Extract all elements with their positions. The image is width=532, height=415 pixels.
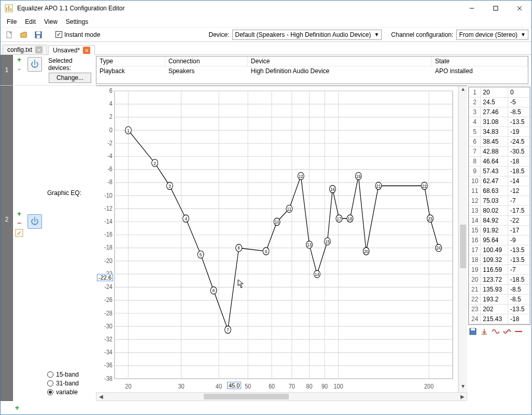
tab-config[interactable]: config.txt✕ <box>3 45 47 54</box>
svg-text:5: 5 <box>200 252 202 257</box>
svg-text:-24: -24 <box>104 283 113 290</box>
invert-icon[interactable] <box>491 327 500 336</box>
instant-mode-label: Instant mode <box>64 31 100 38</box>
chancfg-label: Channel configuration: <box>391 31 453 38</box>
new-file-button[interactable] <box>4 29 15 40</box>
table-row[interactable]: 1275.03-7 <box>469 196 530 206</box>
table-row[interactable]: 327.46-8.5 <box>469 107 530 117</box>
svg-text:16: 16 <box>330 186 335 192</box>
table-row[interactable]: 22193.2-8.5 <box>469 295 530 305</box>
open-file-button[interactable] <box>18 29 30 40</box>
svg-text:20: 20 <box>125 382 131 390</box>
svg-text:3: 3 <box>169 183 171 189</box>
import-icon[interactable] <box>480 327 489 336</box>
table-row[interactable]: 1484.92-22 <box>469 216 530 226</box>
tab-unsaved[interactable]: Unsaved*✕ <box>48 45 95 55</box>
remove-filter-icon[interactable]: − <box>17 219 21 227</box>
file-tabs: config.txt✕ Unsaved*✕ <box>1 42 531 55</box>
table-row[interactable]: 431.08-13.5 <box>469 117 530 127</box>
device-combo[interactable]: Default (Speakers - High Definition Audi… <box>232 30 382 40</box>
table-row[interactable]: Playback Speakers High Definition Audio … <box>96 66 528 76</box>
row-number[interactable]: 1 <box>1 55 13 85</box>
table-row[interactable]: 17100.49-13.5 <box>469 245 530 255</box>
title-bar: Equalizer APO 1.1 Configuration Editor <box>1 1 531 16</box>
radio-15band[interactable]: 15-band <box>47 371 93 378</box>
points-table[interactable]: 1200224.5-5327.46-8.5431.08-13.5534.83-1… <box>468 87 530 325</box>
table-row[interactable]: 742.88-30.5 <box>469 147 530 157</box>
normalize-icon[interactable] <box>502 327 512 336</box>
menu-view[interactable]: View <box>40 17 62 26</box>
table-row[interactable]: 1062.47-14 <box>469 176 530 186</box>
table-row[interactable]: 21135.93-8.5 <box>469 285 530 295</box>
power-button[interactable]: ⏻ <box>27 57 42 72</box>
tab-close-icon[interactable]: ✕ <box>83 47 90 54</box>
cursor-x-readout: 45.0 <box>227 382 241 389</box>
menu-file[interactable]: File <box>3 17 21 26</box>
edit-icon[interactable] <box>15 229 23 237</box>
svg-text:100: 100 <box>333 382 343 390</box>
close-button[interactable] <box>508 1 531 16</box>
instant-mode-checkbox[interactable]: Instant mode <box>55 31 100 38</box>
graphic-eq-label: Graphic EQ: <box>47 189 93 197</box>
chevron-down-icon[interactable]: ⌄ <box>17 65 21 71</box>
chancfg-combo[interactable]: From device (Stereo)▼ <box>456 30 528 40</box>
maximize-button[interactable] <box>484 1 508 16</box>
save-icon[interactable] <box>468 327 478 336</box>
vertical-scrollbar[interactable]: ▲▼ <box>458 86 467 392</box>
table-row[interactable]: 23202-13.5 <box>469 305 530 314</box>
svg-text:18: 18 <box>348 216 353 222</box>
svg-text:11: 11 <box>287 206 291 212</box>
radio-31band[interactable]: 31-band <box>47 380 93 387</box>
svg-text:9: 9 <box>265 248 268 254</box>
row-number[interactable]: 2 <box>1 86 13 401</box>
col-device[interactable]: Device <box>247 57 431 66</box>
table-row[interactable]: 534.83-19 <box>469 127 530 137</box>
minimize-button[interactable] <box>460 1 484 16</box>
table-row[interactable]: 1200 <box>469 88 530 98</box>
reset-icon[interactable] <box>514 327 523 336</box>
table-row[interactable]: 1380.02-17.5 <box>469 206 530 216</box>
col-type[interactable]: Type <box>96 57 165 66</box>
svg-rect-11 <box>37 35 40 38</box>
table-row[interactable]: 846.64-18 <box>469 157 530 167</box>
device-table: Type Connection Device State Playback Sp… <box>96 56 528 84</box>
svg-text:10: 10 <box>275 219 279 225</box>
svg-text:14: 14 <box>315 271 319 277</box>
horizontal-scrollbar[interactable]: ◀▶ <box>96 392 467 401</box>
table-row[interactable]: 1695.64-9 <box>469 236 530 245</box>
menu-bar: File Edit View Settings <box>1 16 531 27</box>
add-filter-icon[interactable]: + <box>17 56 21 63</box>
svg-rect-130 <box>471 328 475 330</box>
power-button[interactable]: ⏻ <box>27 214 42 229</box>
col-conn[interactable]: Connection <box>165 57 247 66</box>
change-button[interactable]: Change... <box>49 73 91 83</box>
add-filter-icon[interactable]: + <box>17 210 21 217</box>
col-state[interactable]: State <box>431 57 527 66</box>
svg-text:21: 21 <box>376 183 381 189</box>
svg-text:7: 7 <box>227 327 229 333</box>
table-row[interactable]: 19116.59-7 <box>469 265 530 275</box>
svg-text:-30: -30 <box>104 322 113 330</box>
table-row[interactable]: 18109.32-13.5 <box>469 255 530 265</box>
svg-text:6: 6 <box>213 288 215 294</box>
table-row[interactable]: 1591.92-17 <box>469 226 530 236</box>
table-row[interactable]: 957.43-18.5 <box>469 167 530 176</box>
table-row[interactable]: 638.45-24.5 <box>469 137 530 147</box>
table-row[interactable]: 1168.63-12 <box>469 186 530 196</box>
radio-variable[interactable]: variable <box>47 389 93 396</box>
svg-text:200: 200 <box>424 382 434 390</box>
tab-label: Unsaved* <box>53 47 80 54</box>
table-row[interactable]: 224.5-5 <box>469 98 530 107</box>
eq-chart[interactable]: 1234567891011121314151617181920212223246… <box>96 86 458 392</box>
svg-text:-32: -32 <box>104 335 113 343</box>
tab-close-icon[interactable]: ✕ <box>35 46 43 53</box>
svg-text:-38: -38 <box>104 375 113 382</box>
table-row[interactable]: 20123.72-18.5 <box>469 275 530 285</box>
save-file-button[interactable] <box>33 29 44 40</box>
svg-rect-3 <box>10 8 11 11</box>
svg-text:12: 12 <box>299 173 303 179</box>
menu-edit[interactable]: Edit <box>21 17 40 26</box>
add-row-icon[interactable]: + <box>15 404 19 411</box>
menu-settings[interactable]: Settings <box>62 17 92 26</box>
table-row[interactable]: 24215.43-18 <box>469 314 530 324</box>
